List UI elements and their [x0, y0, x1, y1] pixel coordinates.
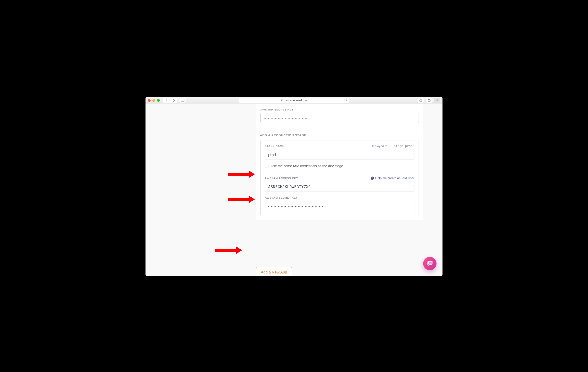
window-controls: [148, 99, 160, 102]
footer-divider: [146, 274, 442, 274]
url-host: console.seed.run: [285, 99, 307, 102]
nav-buttons: [163, 98, 177, 103]
svg-rect-0: [181, 99, 184, 102]
tabs-button[interactable]: [426, 98, 433, 103]
stage-name-label: STAGE NAME: [265, 145, 284, 147]
prod-stage-box: STAGE NAME Deployed to `--stage prod` Us…: [260, 140, 419, 216]
same-credentials-row[interactable]: Use the same IAM credentials as the dev …: [265, 164, 414, 172]
page-content: AWS IAM SECRET KEY ADD A PRODUCTION STAG…: [146, 104, 442, 276]
safari-window: console.seed.run + AWS IAM SECRET KEY: [146, 97, 442, 276]
stage-name-input[interactable]: [265, 150, 414, 160]
same-credentials-checkbox[interactable]: [265, 164, 268, 168]
address-bar[interactable]: console.seed.run: [239, 98, 349, 103]
lock-icon: [281, 99, 284, 102]
prod-secret-key-input[interactable]: [265, 201, 414, 211]
forward-button[interactable]: [170, 98, 177, 103]
fullscreen-icon[interactable]: [157, 99, 160, 102]
svg-rect-6: [429, 261, 432, 264]
help-iam-link[interactable]: i Help me create an IAM User: [371, 176, 414, 180]
refresh-icon[interactable]: [344, 99, 347, 102]
add-new-app-button[interactable]: Add a New App: [256, 267, 292, 276]
dev-secret-key-label: AWS IAM SECRET KEY: [260, 108, 419, 111]
share-button[interactable]: [417, 98, 424, 103]
titlebar: console.seed.run +: [146, 97, 442, 104]
svg-rect-2: [282, 100, 283, 101]
stage-config-panel: AWS IAM SECRET KEY ADD A PRODUCTION STAG…: [256, 104, 423, 220]
minimize-icon[interactable]: [152, 99, 155, 102]
close-icon[interactable]: [148, 99, 151, 102]
chat-widget-button[interactable]: [423, 257, 437, 270]
same-credentials-label: Use the same IAM credentials as the dev …: [271, 164, 343, 168]
svg-rect-5: [428, 100, 430, 102]
info-icon: i: [371, 176, 374, 180]
back-button[interactable]: [163, 98, 170, 103]
deploy-hint: Deployed to `--stage prod`: [371, 144, 414, 148]
access-key-input[interactable]: [265, 182, 414, 192]
new-tab-button[interactable]: +: [434, 98, 440, 103]
access-key-label: AWS IAM ACCESS KEY: [265, 177, 298, 180]
dev-secret-key-input[interactable]: [260, 113, 419, 123]
sidebar-toggle-button[interactable]: [179, 98, 186, 103]
prod-secret-key-label: AWS IAM SECRET KEY: [265, 196, 414, 199]
prod-section-header: ADD A PRODUCTION STAGE: [260, 134, 419, 137]
